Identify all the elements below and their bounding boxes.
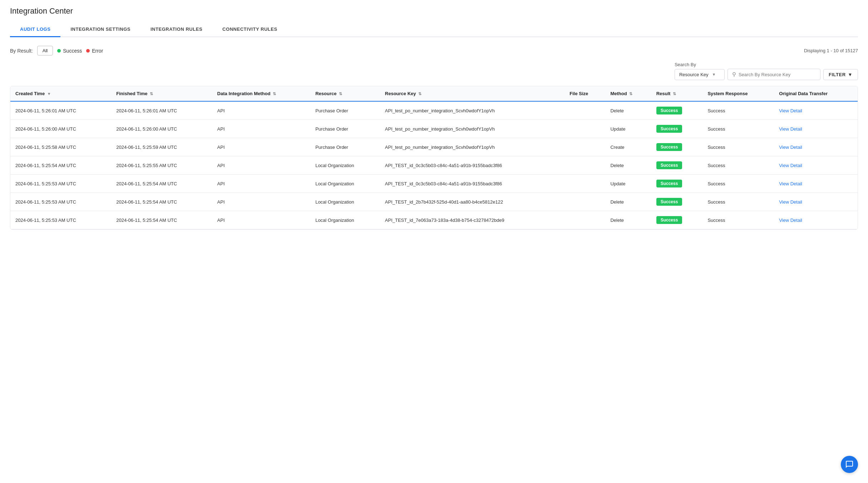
cell-created-time: 2024-06-11, 5:25:53 AM UTC — [10, 175, 111, 193]
table-row: 2024-06-11, 5:25:54 AM UTC2024-06-11, 5:… — [10, 156, 858, 175]
success-badge: Success — [656, 161, 682, 169]
tab-audit-logs[interactable]: AUDIT LOGS — [10, 22, 60, 37]
success-badge: Success — [656, 107, 682, 114]
resource-key-label: Resource Key — [679, 72, 709, 77]
success-dot — [57, 49, 61, 53]
view-detail-link[interactable]: View Detail — [779, 163, 802, 168]
cell-resource-key: API_test_po_number_integration_Scvh0wdof… — [380, 120, 564, 138]
cell-created-time: 2024-06-11, 5:25:54 AM UTC — [10, 156, 111, 175]
sort-icon-resource: ⇅ — [339, 92, 342, 96]
cell-file-size — [564, 156, 605, 175]
col-finished-time[interactable]: Finished Time ⇅ — [111, 86, 212, 101]
cell-finished-time: 2024-06-11, 5:25:54 AM UTC — [111, 193, 212, 211]
view-detail-link[interactable]: View Detail — [779, 145, 802, 150]
resource-key-dropdown[interactable]: Resource Key ▼ — [675, 69, 725, 80]
cell-system-response: Success — [702, 138, 774, 156]
view-detail-link[interactable]: View Detail — [779, 218, 802, 223]
cell-method: Update — [605, 175, 651, 193]
cell-resource-key: API_test_po_number_integration_Scvh0wdof… — [380, 138, 564, 156]
audit-logs-table: Created Time ▼ Finished Time ⇅ Data Inte… — [10, 86, 858, 230]
col-created-time[interactable]: Created Time ▼ — [10, 86, 111, 101]
cell-resource: Local Organization — [310, 193, 380, 211]
filter-all-button[interactable]: All — [37, 46, 53, 55]
cell-file-size — [564, 193, 605, 211]
col-resource-key[interactable]: Resource Key ⇅ — [380, 86, 564, 101]
table-row: 2024-06-11, 5:25:53 AM UTC2024-06-11, 5:… — [10, 175, 858, 193]
col-resource[interactable]: Resource ⇅ — [310, 86, 380, 101]
tab-integration-rules[interactable]: INTEGRATION RULES — [140, 22, 212, 37]
page-title: Integration Center — [10, 6, 858, 16]
view-detail-link[interactable]: View Detail — [779, 199, 802, 205]
cell-system-response: Success — [702, 101, 774, 120]
cell-original-data-transfer[interactable]: View Detail — [774, 175, 858, 193]
cell-result: Success — [651, 193, 703, 211]
view-detail-link[interactable]: View Detail — [779, 126, 802, 132]
col-system-response: System Response — [702, 86, 774, 101]
chevron-down-icon: ▼ — [712, 72, 716, 77]
cell-resource: Purchase Order — [310, 101, 380, 120]
cell-original-data-transfer[interactable]: View Detail — [774, 156, 858, 175]
col-original-data-transfer: Original Data Transfer — [774, 86, 858, 101]
cell-finished-time: 2024-06-11, 5:25:54 AM UTC — [111, 211, 212, 229]
col-result[interactable]: Result ⇅ — [651, 86, 703, 101]
cell-resource-key: API_TEST_id_2b7b432f-525d-40d1-aa80-b4ce… — [380, 193, 564, 211]
cell-result: Success — [651, 156, 703, 175]
cell-dim: API — [212, 156, 311, 175]
cell-resource: Local Organization — [310, 175, 380, 193]
cell-file-size — [564, 211, 605, 229]
cell-system-response: Success — [702, 211, 774, 229]
cell-created-time: 2024-06-11, 5:26:00 AM UTC — [10, 120, 111, 138]
cell-dim: API — [212, 120, 311, 138]
cell-original-data-transfer[interactable]: View Detail — [774, 101, 858, 120]
cell-dim: API — [212, 175, 311, 193]
cell-finished-time: 2024-06-11, 5:25:54 AM UTC — [111, 175, 212, 193]
cell-original-data-transfer[interactable]: View Detail — [774, 193, 858, 211]
cell-file-size — [564, 138, 605, 156]
success-badge: Success — [656, 125, 682, 133]
cell-resource: Local Organization — [310, 211, 380, 229]
cell-finished-time: 2024-06-11, 5:26:01 AM UTC — [111, 101, 212, 120]
error-label: Error — [92, 48, 103, 54]
view-detail-link[interactable]: View Detail — [779, 108, 802, 113]
cell-resource-key: API_test_po_number_integration_Scvh0wdof… — [380, 101, 564, 120]
tab-connectivity-rules[interactable]: CONNECTIVITY RULES — [212, 22, 287, 37]
cell-method: Delete — [605, 193, 651, 211]
search-by-group: Search By Resource Key ▼ ⚲ FILTER ▼ — [675, 62, 858, 80]
cell-original-data-transfer[interactable]: View Detail — [774, 120, 858, 138]
cell-resource-key: API_TEST_id_0c3c5b03-c84c-4a51-a91b-9155… — [380, 175, 564, 193]
cell-created-time: 2024-06-11, 5:25:53 AM UTC — [10, 211, 111, 229]
filter-error-option[interactable]: Error — [86, 48, 103, 54]
table-row: 2024-06-11, 5:25:53 AM UTC2024-06-11, 5:… — [10, 211, 858, 229]
table-row: 2024-06-11, 5:25:58 AM UTC2024-06-11, 5:… — [10, 138, 858, 156]
cell-resource-key: API_TEST_id_0c3c5b03-c84c-4a51-a91b-9155… — [380, 156, 564, 175]
cell-system-response: Success — [702, 175, 774, 193]
sort-icon-resource-key: ⇅ — [418, 92, 421, 96]
tab-integration-settings[interactable]: INTEGRATION SETTINGS — [60, 22, 140, 37]
success-badge: Success — [656, 216, 682, 224]
cell-result: Success — [651, 175, 703, 193]
cell-dim: API — [212, 138, 311, 156]
filter-chevron-icon: ▼ — [848, 72, 853, 77]
sort-icon-finished-time: ⇅ — [150, 92, 153, 96]
search-input[interactable] — [739, 72, 816, 77]
col-method[interactable]: Method ⇅ — [605, 86, 651, 101]
cell-system-response: Success — [702, 156, 774, 175]
sort-icon-dim: ⇅ — [273, 92, 276, 96]
cell-dim: API — [212, 211, 311, 229]
display-count: Displaying 1 - 10 of 15127 — [804, 48, 858, 53]
search-input-wrap: ⚲ — [728, 69, 820, 80]
tabs-nav: AUDIT LOGS INTEGRATION SETTINGS INTEGRAT… — [10, 22, 858, 37]
cell-original-data-transfer[interactable]: View Detail — [774, 138, 858, 156]
view-detail-link[interactable]: View Detail — [779, 181, 802, 186]
cell-method: Delete — [605, 156, 651, 175]
cell-dim: API — [212, 193, 311, 211]
col-data-integration-method[interactable]: Data Integration Method ⇅ — [212, 86, 311, 101]
cell-method: Create — [605, 138, 651, 156]
cell-created-time: 2024-06-11, 5:25:58 AM UTC — [10, 138, 111, 156]
cell-original-data-transfer[interactable]: View Detail — [774, 211, 858, 229]
filter-success-option[interactable]: Success — [57, 48, 82, 54]
cell-method: Delete — [605, 101, 651, 120]
filter-dropdown-button[interactable]: FILTER ▼ — [823, 69, 858, 80]
cell-finished-time: 2024-06-11, 5:26:00 AM UTC — [111, 120, 212, 138]
success-badge: Success — [656, 198, 682, 206]
